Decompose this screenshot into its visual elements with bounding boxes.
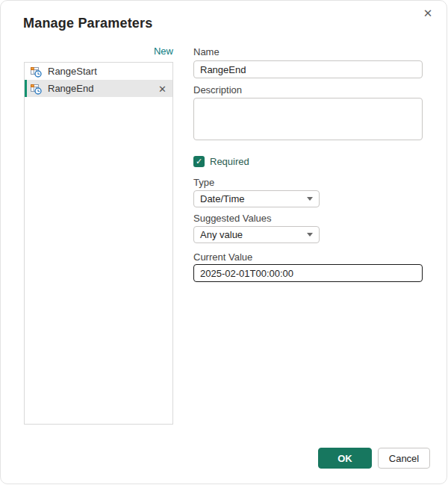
datetime-parameter-icon	[30, 83, 42, 95]
suggested-values-dropdown-value: Any value	[200, 229, 307, 240]
type-dropdown-value: Date/Time	[200, 193, 307, 204]
description-input[interactable]	[193, 98, 423, 140]
name-input[interactable]	[193, 60, 423, 78]
close-icon[interactable]: ✕	[420, 5, 436, 22]
ok-button[interactable]: OK	[318, 448, 372, 469]
name-label: Name	[193, 46, 220, 57]
type-label: Type	[193, 177, 214, 188]
datetime-parameter-icon	[30, 66, 42, 78]
required-checkbox-row[interactable]: ✓ Required	[193, 156, 249, 167]
parameter-row-rangestart[interactable]: RangeStart	[25, 63, 172, 80]
required-checkbox[interactable]: ✓	[193, 156, 205, 167]
manage-parameters-dialog: ✕ Manage Parameters New RangeStart	[0, 0, 447, 484]
parameter-name-label: RangeStart	[48, 66, 97, 77]
current-value-label: Current Value	[193, 251, 252, 263]
suggested-values-label: Suggested Values	[193, 213, 272, 224]
delete-parameter-icon[interactable]: ✕	[158, 84, 167, 93]
parameter-name-label: RangeEnd	[48, 83, 93, 94]
required-label: Required	[210, 156, 249, 167]
dialog-title: Manage Parameters	[23, 16, 153, 31]
cancel-button[interactable]: Cancel	[378, 448, 430, 469]
parameter-list: RangeStart RangeEnd ✕	[24, 62, 173, 425]
chevron-down-icon	[307, 197, 313, 201]
current-value-input[interactable]	[193, 264, 423, 282]
parameter-row-rangeend[interactable]: RangeEnd ✕	[25, 80, 172, 97]
suggested-values-dropdown[interactable]: Any value	[193, 226, 320, 243]
chevron-down-icon	[307, 233, 313, 237]
type-dropdown[interactable]: Date/Time	[193, 190, 320, 207]
new-parameter-link[interactable]: New	[24, 46, 173, 57]
description-label: Description	[193, 84, 242, 96]
